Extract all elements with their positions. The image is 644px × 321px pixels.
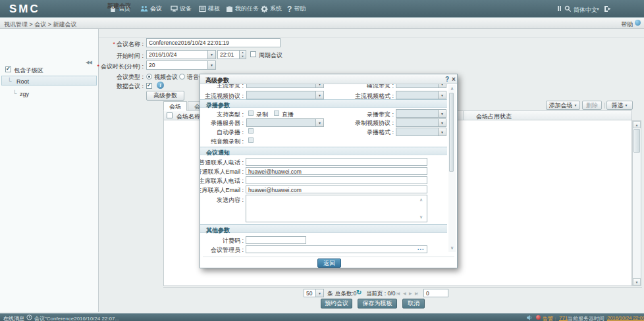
include-sub-checkbox[interactable] [5,66,11,72]
contact-email-input[interactable]: huawei@huawei.com [246,167,427,175]
briefcase-icon [226,5,233,12]
conference-status-message[interactable]: 会议"Conference2016/10/24 22:07... [34,315,119,321]
duration-select[interactable]: 20▼ [146,61,216,70]
server-time-value[interactable]: 2016/10/24 22:09 [607,315,644,321]
dropdown-arrow-icon[interactable]: ▼ [315,119,323,126]
advanced-params-button[interactable]: 高级参数 [146,91,184,101]
record-checkbox[interactable] [248,111,254,116]
schedule-conf-button[interactable]: 预约会议 [321,299,352,309]
dropdown-arrow-icon[interactable]: ▼ [207,61,215,69]
first-page-button[interactable]: |◀ [396,291,399,295]
recording-bandwidth-select[interactable]: ▼ [396,109,446,118]
close-icon[interactable]: × [452,76,456,83]
dialog-titlebar[interactable]: 高级参数 ? × [200,74,457,84]
scroll-up-icon[interactable]: ∧ [449,86,455,91]
data-conf-checkbox[interactable] [146,83,152,89]
dropdown-arrow-icon[interactable]: ▼ [438,119,446,126]
language-selector[interactable]: 简体中文 [574,6,597,14]
contact-phone-input[interactable] [246,158,427,166]
nav-template[interactable]: 模板 [199,5,220,13]
dropdown-arrow-icon[interactable]: ▼ [315,289,323,297]
nav-help[interactable]: ? 帮助 [287,5,306,13]
dropdown-arrow-icon[interactable]: ▼ [315,84,323,87]
org-tree-sidebar: ◀◀ 包含子级区 └ Root └ zgy [0,29,99,312]
nav-my-tasks[interactable]: 我的任务 [226,5,259,13]
refresh-icon[interactable]: ↻ [356,289,362,296]
help-ball-icon[interactable] [635,20,641,26]
add-site-button[interactable]: 添加会场▼ [546,101,580,110]
online-message-link[interactable]: 在线消息 [3,315,24,321]
dialog-scrollbar-thumb[interactable] [449,93,454,172]
dropdown-arrow-icon[interactable]: ▼ [438,128,446,136]
video-conf-radio[interactable] [146,74,152,80]
scroll-up-icon[interactable]: ▲ [633,121,641,128]
scroll-down-icon[interactable]: ▼ [633,278,641,285]
alarm-count-link[interactable]: 771 [559,315,568,321]
chevron-down-icon[interactable]: ▼ [596,7,600,11]
back-button[interactable]: 返回 [317,259,341,268]
last-page-button[interactable]: ▶| [415,291,417,295]
dropdown-arrow-icon[interactable]: ▼ [207,51,215,59]
dropdown-arrow-icon[interactable]: ▼ [315,91,323,99]
breadcrumb: 视讯管理 > 会议 > 新建会议 [4,20,77,29]
filter-button[interactable]: 筛选▼ [606,101,633,110]
dropdown-arrow-icon[interactable]: ▼ [438,110,446,117]
scroll-down-icon[interactable]: ∨ [449,245,455,251]
main-video-format-select[interactable]: ▼ [396,91,446,99]
tree-node-child[interactable]: zgy [20,91,29,97]
next-page-button[interactable]: ▶ [409,291,412,295]
chair-email-input[interactable]: huawei@huawei.com [246,185,427,193]
audio-conf-radio[interactable] [179,74,185,80]
pin-icon[interactable] [560,6,561,11]
speaker-icon[interactable] [526,314,533,321]
auto-recording-checkbox[interactable] [248,128,254,134]
conf-admin-input[interactable] [246,245,427,253]
section-notify: 会议通知 [200,147,447,155]
dropdown-arrow-icon[interactable]: ▼ [438,91,446,99]
time-stepper[interactable]: ▲▼ [239,51,246,59]
recording-format-select[interactable]: ▼ [396,128,446,136]
conf-name-input[interactable]: Conference2016/10/24 22:01:19 [146,38,281,47]
dropdown-arrow-icon[interactable]: ▼ [438,84,446,87]
page-size-select[interactable]: 50▼ [304,289,324,297]
nav-system[interactable]: 系统 [261,5,282,13]
video-conf-label: 视频会议 [154,73,178,82]
dialog-help-icon[interactable]: ? [445,76,449,83]
save-as-template-button[interactable]: 保存为模板 [358,299,397,309]
recurring-checkbox[interactable] [250,51,256,57]
live-checkbox[interactable] [274,111,279,116]
search-icon[interactable] [564,5,572,14]
recording-server-select[interactable]: ▼ [246,118,324,127]
scrollbar-thumb[interactable] [633,129,640,153]
stepper-down-icon[interactable]: ▼ [240,55,246,59]
tab-sites[interactable]: 会场 [163,101,187,111]
logout-icon[interactable] [604,5,612,14]
billing-code-input[interactable] [246,236,306,244]
browse-admin-button[interactable]: ... [417,245,425,251]
send-content-textarea[interactable] [246,195,427,222]
aux-bandwidth-select[interactable]: ▼ [396,84,446,88]
nav-conference[interactable]: 会议 [140,5,162,13]
pin-icon[interactable] [558,6,559,11]
page-number-input[interactable]: 0 [423,289,448,297]
textarea-scroll-up-icon[interactable]: ∧ [419,197,423,203]
cancel-button[interactable]: 取消 [402,299,425,309]
conference-icon [140,5,148,12]
start-time-spinner[interactable]: 22:01 ▲▼ [217,50,246,59]
info-icon[interactable]: i [157,82,164,89]
record-video-protocol-select[interactable]: ▼ [396,118,446,127]
textarea-scroll-down-icon[interactable]: ∨ [419,214,423,220]
start-date-select[interactable]: 2016/10/24▼ [146,50,216,59]
main-bandwidth-select[interactable]: ▼ [246,84,324,88]
table-scrollbar[interactable]: ▲ ▼ [632,120,641,286]
page-help-link[interactable]: 帮助 [621,20,633,29]
chair-phone-input[interactable] [246,176,427,184]
data-conf-label: 数据会议 : [38,82,144,91]
select-all-checkbox[interactable] [167,112,173,118]
audio-only-checkbox[interactable] [248,137,254,143]
delete-site-button[interactable]: 删除 [582,101,602,110]
dialog-scrollbar[interactable]: ∧ ∨ [448,85,456,252]
nav-device[interactable]: 设备 [171,5,192,13]
prev-page-button[interactable]: ◀ [403,291,406,295]
main-video-protocol-select[interactable]: ▼ [246,91,324,99]
